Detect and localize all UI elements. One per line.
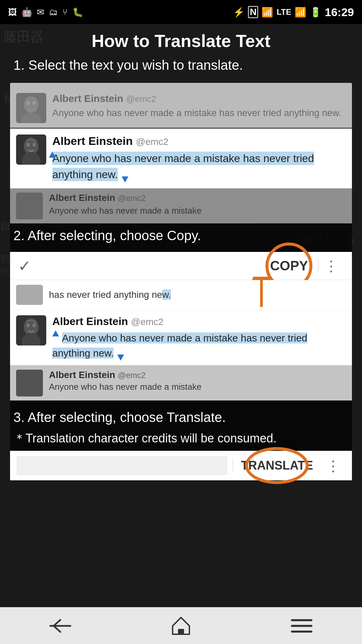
copy-button[interactable]: COPY [270,258,308,273]
svg-point-4 [33,101,36,105]
home-button[interactable] [161,612,201,639]
translate-button[interactable]: TRANSLATE [241,459,313,472]
step1-bg-tweet: Albert Einstein @emc2 Anyone who has nev… [10,83,352,128]
back-button[interactable] [40,612,80,639]
svg-point-9 [33,143,36,147]
step2-selected-text: Anyone who has never made a mistake has … [52,332,307,359]
svg-point-8 [26,143,30,147]
bug-icon: 🐛 [72,7,83,17]
tutorial-container: How to Translate Text 1. Select the text… [10,24,352,480]
signal-icon: 📶 [295,7,306,18]
step2-number: 2. [13,228,24,243]
menu-dots[interactable]: ⋮ [318,257,344,274]
svg-point-16 [33,323,36,327]
step3-number: 3. [13,410,24,425]
usb-icon: ⑂ [62,7,68,17]
step1-number: 1. [13,58,24,72]
step2-bottom-tweet: Albert Einstein @emc2 Anyone who has nev… [10,365,352,400]
step3-note: ＊Translation character credits will be c… [13,429,349,447]
step1-selected-tweet: Albert Einstein @emc2 Anyone who has nev… [10,128,352,189]
selected-text: Anyone who has never made a mistake has … [52,152,314,181]
step1-text: Select the text you wish to translate. [28,58,243,72]
step3-instruction-area: 3. After selecting, choose Translate. ＊T… [10,400,352,451]
translate-toolbar: TRANSLATE ⋮ [10,451,352,480]
step3-instruction: 3. After selecting, choose Translate. [13,407,349,427]
gallery-icon: 🗂 [49,7,58,17]
translate-input-bar[interactable] [17,456,227,475]
step1-instruction-area: 1. Select the text you wish to translate… [10,58,352,83]
step3-text: After selecting, choose Translate. [27,410,226,425]
battery-icon: 🔋 [310,7,321,18]
svg-rect-17 [178,629,184,634]
title-area: How to Translate Text [10,24,352,51]
translate-right: TRANSLATE ⋮ [233,457,345,474]
step2-instruction: 2. After selecting, choose Copy. [13,228,349,243]
svg-rect-18 [291,619,312,621]
copy-arrow [248,277,275,312]
android-icon: 🤖 [21,7,32,17]
copy-button-area[interactable]: COPY [260,258,318,273]
step2-text: After selecting, choose Copy. [27,228,201,243]
lte-icon: LTE [277,7,291,17]
svg-rect-19 [291,625,312,627]
svg-point-3 [26,101,30,105]
status-icons-right: ⚡ N 📶 LTE 📶 🔋 16:29 [233,6,354,19]
arrow-container: has never tried anything new. [10,280,352,310]
main-area: 藤田器 私か「藤 自分のク一藤田 割合の中 その中 の鄰食とこる 割合の合を目的… [0,24,362,607]
bluetooth-icon: ⚡ [233,7,245,18]
check-icon[interactable]: ✓ [18,257,31,275]
nfc-icon: N [248,6,258,18]
toolbar-right: COPY ⋮ [260,257,344,274]
step2-instruction-area: 2. After selecting, choose Copy. [10,223,352,252]
status-icons-left: 🖼 🤖 ✉ 🗂 ⑂ 🐛 [8,7,83,17]
mail-icon: ✉ [37,7,44,17]
svg-rect-20 [291,631,312,633]
status-bar: 🖼 🤖 ✉ 🗂 ⑂ 🐛 ⚡ N 📶 LTE 📶 🔋 16:29 [0,0,362,24]
tutorial-title: How to Translate Text [13,31,349,51]
photo-icon: 🖼 [8,7,17,17]
step2-bg-tweet: Albert Einstein @emc2 Anyone who has nev… [10,189,352,223]
svg-point-15 [26,323,30,327]
menu-button[interactable] [282,612,322,639]
translate-menu-dots[interactable]: ⋮ [321,457,345,474]
nav-bar [0,607,362,644]
translate-button-area[interactable]: TRANSLATE [233,459,321,473]
copy-toolbar: ✓ COPY ⋮ [10,252,352,280]
step1-instruction: 1. Select the text you wish to translate… [13,58,349,73]
wifi-icon: 📶 [261,7,273,18]
time-display: 16:29 [325,6,354,19]
step2-tweet-card: Albert Einstein @emc2 Anyone who has nev… [10,310,352,365]
